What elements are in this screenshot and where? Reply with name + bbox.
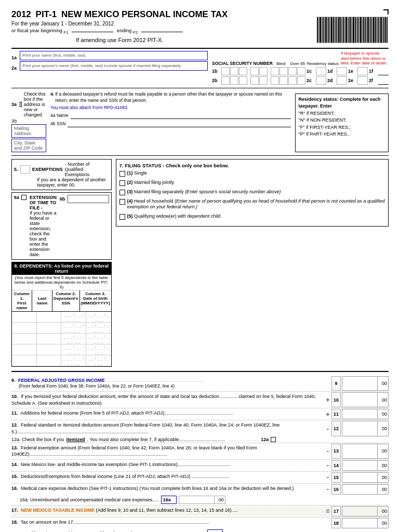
line15-amount[interactable]: 00 [342, 472, 389, 483]
over65-box-1[interactable] [337, 67, 347, 75]
line11-amount[interactable]: 00 [342, 409, 389, 419]
dep-first-1[interactable] [12, 312, 37, 322]
dep-first-5[interactable] [12, 355, 37, 366]
line17-amount[interactable]: 00 [342, 506, 389, 516]
line14-amount[interactable]: 00 [342, 460, 389, 471]
line16-amount[interactable]: 00 [342, 484, 389, 495]
dep-dob-1[interactable]: _ _ / _ _ / _ _ _ _ [86, 312, 111, 322]
dep-first-4[interactable] [12, 344, 37, 355]
extension-title: EXTENSION OF TIME TO FILE - [30, 195, 57, 210]
dep-first-3[interactable] [12, 334, 37, 344]
line13-amount[interactable]: 00 [342, 444, 389, 459]
filing-checkbox-3[interactable] [119, 190, 125, 195]
line10-amount[interactable]: 00 [342, 392, 389, 407]
line2b-label: 2b [212, 78, 220, 83]
dep-ssn-4[interactable]: _ _ _ / _ _ / _ _ _ _ [61, 344, 86, 355]
dep-dob-2[interactable]: _ _ / _ _ / _ _ _ _ [86, 323, 111, 333]
barcode-image [316, 15, 389, 46]
svg-rect-9 [330, 17, 330, 43]
ssn-boxes-1 [221, 67, 305, 75]
ssn-box[interactable] [271, 76, 279, 85]
line16a-amount-box[interactable]: 00 [179, 496, 225, 504]
ssn-box[interactable] [259, 76, 268, 85]
page-header: 2012 PIT-1 NEW MEXICO PERSONAL INCOME TA… [11, 9, 389, 46]
dep-dob-4[interactable]: _ _ / _ _ / _ _ _ _ [86, 344, 111, 355]
filing-checkbox-5[interactable] [119, 214, 125, 220]
new-address-checkbox[interactable] [20, 102, 22, 107]
dep-last-5[interactable] [37, 355, 62, 366]
line4a-input[interactable] [71, 112, 291, 119]
residency-box-2[interactable] [357, 76, 368, 85]
over65-box-2[interactable] [337, 76, 347, 85]
line2f-label: 2f [369, 78, 377, 83]
line18-amount[interactable]: 00 [342, 518, 389, 528]
ssn-box[interactable] [288, 76, 297, 85]
ssn-box[interactable] [271, 67, 279, 75]
dep-ssn-2[interactable]: _ _ _ / _ _ / _ _ _ _ [61, 323, 86, 333]
line16-operator: - [324, 484, 331, 495]
blind-box-1[interactable] [316, 67, 326, 75]
ssn-box[interactable] [279, 76, 288, 85]
line9-amount[interactable]: 00 [342, 376, 389, 391]
filing-checkbox-1[interactable] [119, 171, 125, 177]
dep-dob-5[interactable]: _ _ / _ _ / _ _ _ _ [86, 355, 111, 366]
dep-last-4[interactable] [37, 344, 62, 355]
line10-operator: + [324, 392, 331, 407]
dep-last-2[interactable] [37, 323, 62, 333]
dep-ssn-1[interactable]: _ _ _ / _ _ / _ _ _ _ [61, 312, 86, 322]
filing-option-3: (3) Married filing separately (Enter spo… [119, 189, 385, 195]
extension-checkbox[interactable] [21, 195, 26, 200]
filing-option-2: (2) Married filing jointly [119, 180, 385, 186]
dep-first-2[interactable] [12, 323, 37, 333]
ssn-box[interactable] [230, 67, 238, 75]
line1c-label: 1c [306, 69, 315, 74]
divider2 [11, 155, 389, 156]
ssn-box[interactable] [239, 67, 247, 75]
date-died-2[interactable] [378, 76, 389, 85]
extension-date-input[interactable] [68, 195, 109, 203]
top-info-section: 1a Print your name (first, middle, last)… [11, 51, 389, 85]
line12-box-num: 12 [331, 421, 341, 436]
dep-last-1[interactable] [37, 312, 62, 322]
svg-rect-32 [363, 17, 364, 43]
ssn-box[interactable] [279, 67, 288, 75]
dep-row-2: _ _ _ / _ _ / _ _ _ _ _ _ / _ _ / _ _ _ … [12, 323, 111, 334]
name-input[interactable]: Print your name (first, middle, last) [20, 51, 208, 60]
divider-13-14 [11, 459, 389, 460]
dependents-note: (You must report the first 5 dependents … [12, 275, 111, 290]
ssn-box[interactable] [250, 67, 259, 75]
exemptions-extension-dependents: 5. EXEMPTIONS - Number of Qualified Exem… [11, 159, 112, 369]
dep-dob-3[interactable]: _ _ / _ _ / _ _ _ _ [86, 334, 111, 344]
ssn-box[interactable] [259, 67, 268, 75]
filing-checkbox-4[interactable] [119, 199, 125, 205]
filing-checkbox-2[interactable] [119, 180, 125, 186]
ssn-box[interactable] [288, 67, 297, 75]
dep-ssn-5[interactable]: _ _ _ / _ _ / _ _ _ _ [61, 355, 86, 366]
svg-rect-22 [349, 17, 350, 43]
line12a-checkbox[interactable] [271, 437, 276, 442]
ssn-box[interactable] [250, 76, 259, 85]
line4b-input[interactable] [68, 120, 290, 127]
exemptions-input[interactable] [20, 165, 30, 174]
ssn-box[interactable] [221, 76, 230, 85]
spouse-name-input[interactable]: Print your spouse's name (first, middle,… [20, 61, 208, 71]
ssn-box[interactable] [297, 67, 305, 75]
dep-last-3[interactable] [37, 334, 62, 344]
dep-ssn-3[interactable]: _ _ _ / _ _ / _ _ _ _ [61, 334, 86, 344]
blind-box-2[interactable] [316, 76, 326, 85]
svg-rect-18 [343, 17, 344, 43]
line6a-label: 6a [14, 195, 19, 200]
ssn-box[interactable] [221, 67, 230, 75]
line12-amount[interactable]: 00 [342, 421, 389, 436]
svg-rect-10 [331, 17, 332, 43]
date-died-1[interactable] [378, 67, 389, 75]
mailing-address-input[interactable]: Mailing Address [11, 124, 46, 138]
ssn-box[interactable] [230, 76, 238, 85]
line3b-label: 3b [11, 118, 46, 124]
ssn-box[interactable] [297, 76, 305, 85]
line15-row: 15. Deductions/Exemptions from federal i… [11, 472, 389, 483]
city-state-zip-input[interactable]: City, State and ZIP Code [11, 139, 46, 152]
ssn-box[interactable] [239, 76, 247, 85]
line12-operator: - [324, 421, 331, 436]
residency-box-1[interactable] [357, 67, 368, 75]
